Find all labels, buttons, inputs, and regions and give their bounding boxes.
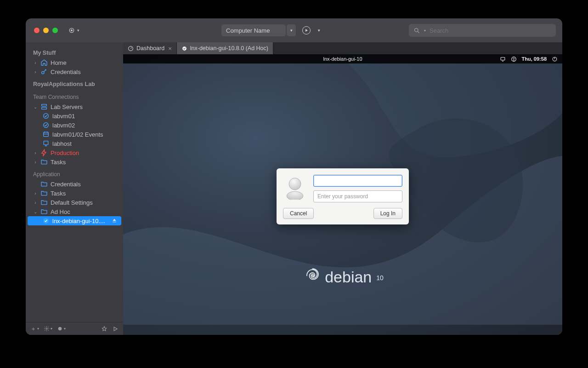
power-icon[interactable]	[551, 56, 558, 62]
svg-point-10	[46, 328, 47, 329]
gauge-icon	[128, 46, 134, 52]
circle-icon	[57, 326, 63, 332]
close-icon[interactable]: ×	[168, 45, 172, 52]
connection-icon	[42, 121, 50, 129]
tab-dashboard[interactable]: Dashboard ×	[123, 42, 177, 54]
tree-label: labvm01	[52, 113, 75, 120]
group-team-connections: Team Connections	[26, 89, 123, 102]
debian-version: 10	[376, 274, 384, 282]
tree-item-home[interactable]: › Home	[26, 58, 123, 67]
svg-point-11	[58, 327, 62, 331]
chevron-right-icon: ›	[33, 160, 38, 165]
cancel-button[interactable]: Cancel	[283, 208, 314, 219]
events-icon	[42, 131, 50, 138]
login-button[interactable]: Log In	[373, 208, 402, 219]
tree-item-lab-servers[interactable]: ⌄ Lab Servers	[26, 102, 123, 111]
chevron-right-icon: ›	[33, 200, 38, 205]
section-royalapps: RoyalApplications Lab	[26, 76, 123, 89]
tree-label: Production	[51, 150, 79, 156]
eject-icon[interactable]	[111, 218, 118, 224]
debian-text: debian	[325, 268, 372, 286]
user-avatar-icon	[283, 176, 307, 201]
tree-item-lab-events[interactable]: labvm01/02 Events	[26, 130, 123, 139]
folder-icon	[40, 208, 48, 215]
username-input[interactable]	[313, 175, 402, 187]
accessibility-icon[interactable]	[511, 56, 517, 62]
group-application: Application	[26, 167, 123, 179]
zoom-window-button[interactable]	[52, 28, 58, 33]
settings-button[interactable]: ▾	[44, 326, 52, 332]
remote-clock: Thu, 09:58	[522, 56, 547, 62]
tab-label: lnx-debian-gui-10.8.0 (Ad Hoc)	[190, 45, 268, 52]
tree-label: labhost	[52, 140, 72, 147]
tree-item-labvm02[interactable]: labvm02	[26, 121, 123, 130]
tree-label: labvm01/02 Events	[52, 131, 103, 138]
tree-item-tasks[interactable]: › Tasks	[26, 157, 123, 167]
tree-item-production[interactable]: › Production	[26, 148, 123, 157]
chevron-right-icon: ›	[33, 60, 38, 65]
remote-topbar: lnx-debian-gui-10 Thu, 09:58	[123, 54, 562, 63]
close-window-button[interactable]	[34, 28, 40, 33]
svg-rect-4	[42, 107, 47, 109]
chevron-down-icon[interactable]: ▾	[287, 24, 296, 36]
tree-item-adhoc[interactable]: ⌄ Ad Hoc	[26, 207, 123, 216]
folder-icon	[40, 199, 48, 206]
password-input[interactable]	[313, 190, 402, 202]
minimize-window-button[interactable]	[43, 28, 49, 33]
star-icon	[101, 326, 107, 332]
chevron-right-icon: ›	[33, 191, 38, 196]
tree-item-app-credentials[interactable]: › Credentials	[26, 179, 123, 189]
play-button[interactable]	[112, 326, 119, 332]
svg-point-6	[44, 123, 49, 128]
chevron-down-icon: ⌄	[33, 209, 38, 214]
host-icon	[42, 140, 50, 147]
remote-session-view[interactable]: lnx-debian-gui-10 Thu, 09:58	[123, 54, 562, 335]
tree-label: Credentials	[51, 69, 81, 75]
tab-label: Dashboard	[136, 45, 164, 52]
computer-name-field[interactable]: Computer Name ▾	[221, 24, 286, 36]
connection-icon	[42, 112, 50, 120]
window-body: My Stuff › Home › Credentials RoyalAppli…	[26, 42, 562, 335]
svg-point-5	[44, 114, 49, 119]
play-icon	[112, 326, 119, 332]
add-button[interactable]: ＋▾	[30, 325, 39, 333]
login-dialog: Cancel Log In	[277, 168, 409, 224]
svg-point-19	[287, 191, 303, 200]
tree-item-selected-connection[interactable]: lnx-debian-gui-10....	[28, 216, 121, 225]
server-rack-icon	[40, 103, 48, 110]
active-connection-icon	[42, 217, 50, 224]
tree-label: Tasks	[51, 159, 66, 166]
titlebar-gear-menu[interactable]: ▾	[68, 27, 79, 34]
section-my-stuff: My Stuff	[26, 45, 123, 58]
svg-point-14	[182, 46, 187, 51]
display-icon[interactable]	[500, 56, 506, 62]
svg-point-17	[514, 57, 514, 58]
debian-swirl-icon	[303, 266, 321, 288]
tree-item-default-settings[interactable]: › Default Settings	[26, 198, 123, 207]
computer-name-placeholder: Computer Name	[226, 27, 270, 34]
svg-rect-15	[501, 57, 505, 60]
svg-point-2	[42, 71, 44, 74]
home-icon	[40, 59, 48, 66]
tree-item-app-tasks[interactable]: › Tasks	[26, 189, 123, 198]
tree-label: Credentials	[51, 181, 81, 188]
gear-icon	[44, 326, 50, 332]
tree-label: Home	[51, 59, 67, 66]
svg-point-9	[43, 218, 49, 224]
svg-point-20	[289, 178, 301, 190]
sidebar: My Stuff › Home › Credentials RoyalAppli…	[26, 42, 123, 335]
tree-label: Default Settings	[51, 199, 93, 206]
chevron-right-icon: ›	[33, 150, 38, 155]
tree-label: Tasks	[51, 190, 66, 197]
tree-item-credentials[interactable]: › Credentials	[26, 67, 123, 76]
svg-rect-3	[42, 104, 47, 106]
view-button[interactable]: ▾	[57, 326, 66, 332]
tree-label: Ad Hoc	[51, 208, 70, 215]
tree-label: Lab Servers	[51, 104, 83, 110]
tab-connection[interactable]: lnx-debian-gui-10.8.0 (Ad Hoc)	[177, 42, 273, 54]
lightning-icon	[40, 149, 48, 156]
folder-icon	[40, 158, 48, 166]
tree-item-labhost[interactable]: labhost	[26, 139, 123, 148]
tree-item-labvm01[interactable]: labvm01	[26, 111, 123, 121]
favorite-button[interactable]	[101, 326, 107, 332]
